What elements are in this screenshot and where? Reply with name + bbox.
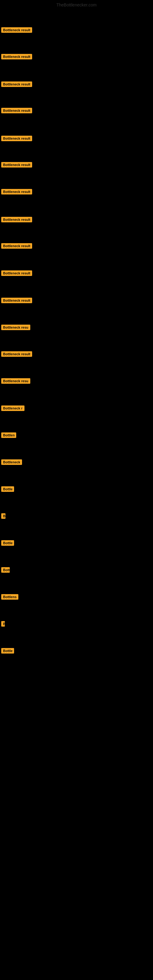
bottleneck-badge-10[interactable]: Bottleneck result (1, 270, 32, 276)
bottleneck-badge-16[interactable]: Bottlen (1, 433, 16, 438)
bottleneck-badge-22[interactable]: Bottlens (1, 594, 18, 600)
site-header: TheBottlenecker.com (0, 0, 153, 9)
result-row: B (0, 620, 153, 629)
result-row: Bottleneck result (0, 216, 153, 225)
result-row: Bottleneck result (0, 269, 153, 278)
result-row: Bottleneck result (0, 350, 153, 359)
result-row: Bottleneck resu (0, 323, 153, 332)
bottleneck-badge-23[interactable]: B (1, 621, 5, 627)
site-title: TheBottlenecker.com (0, 0, 153, 9)
bottleneck-badge-4[interactable]: Bottleneck result (1, 108, 32, 113)
bottleneck-badge-5[interactable]: Bottleneck result (1, 136, 32, 141)
bottleneck-badge-19[interactable]: Bo (1, 513, 5, 519)
result-row: Bottle (0, 647, 153, 656)
result-row: Bottleneck result (0, 296, 153, 305)
result-row: Bottle (0, 485, 153, 494)
bottleneck-badge-17[interactable]: Bottleneck (1, 460, 22, 465)
result-row: Bottle (0, 539, 153, 548)
result-row: Bottleneck r (0, 404, 153, 414)
bottleneck-badge-14[interactable]: Bottleneck resu (1, 378, 30, 384)
bottleneck-badge-8[interactable]: Bottleneck result (1, 217, 32, 222)
bottleneck-badge-1[interactable]: Bottleneck result (1, 27, 32, 33)
bottleneck-badge-24[interactable]: Bottle (1, 648, 14, 654)
bottleneck-badge-6[interactable]: Bottleneck result (1, 162, 32, 167)
bottleneck-badge-20[interactable]: Bottle (1, 540, 14, 546)
bottleneck-badge-9[interactable]: Bottleneck result (1, 243, 32, 249)
result-row: Bottleneck result (0, 26, 153, 35)
bottleneck-badge-18[interactable]: Bottle (1, 486, 14, 492)
bottleneck-badge-12[interactable]: Bottleneck resu (1, 325, 30, 330)
result-row: Bottleneck result (0, 161, 153, 170)
result-row: Bottleneck result (0, 80, 153, 89)
bottleneck-badge-13[interactable]: Bottleneck result (1, 351, 32, 357)
result-row: Bottleneck resu (0, 377, 153, 386)
result-row: Bottleneck result (0, 107, 153, 116)
result-row: Bottleneck result (0, 134, 153, 144)
bottleneck-badge-11[interactable]: Bottleneck result (1, 298, 32, 303)
result-row: Bottlen (0, 431, 153, 441)
result-row: Bottlens (0, 593, 153, 602)
results-container: Bottleneck resultBottleneck resultBottle… (0, 9, 153, 708)
result-row: Bott (0, 566, 153, 575)
bottleneck-badge-21[interactable]: Bott (1, 567, 10, 573)
result-row: Bottleneck (0, 458, 153, 467)
result-row: Bottleneck result (0, 52, 153, 62)
bottleneck-badge-7[interactable]: Bottleneck result (1, 189, 32, 194)
result-row: Bo (0, 512, 153, 521)
bottleneck-badge-2[interactable]: Bottleneck result (1, 54, 32, 59)
bottleneck-badge-3[interactable]: Bottleneck result (1, 81, 32, 87)
result-row: Bottleneck result (0, 242, 153, 251)
bottleneck-badge-15[interactable]: Bottleneck r (1, 406, 24, 411)
result-row: Bottleneck result (0, 188, 153, 197)
